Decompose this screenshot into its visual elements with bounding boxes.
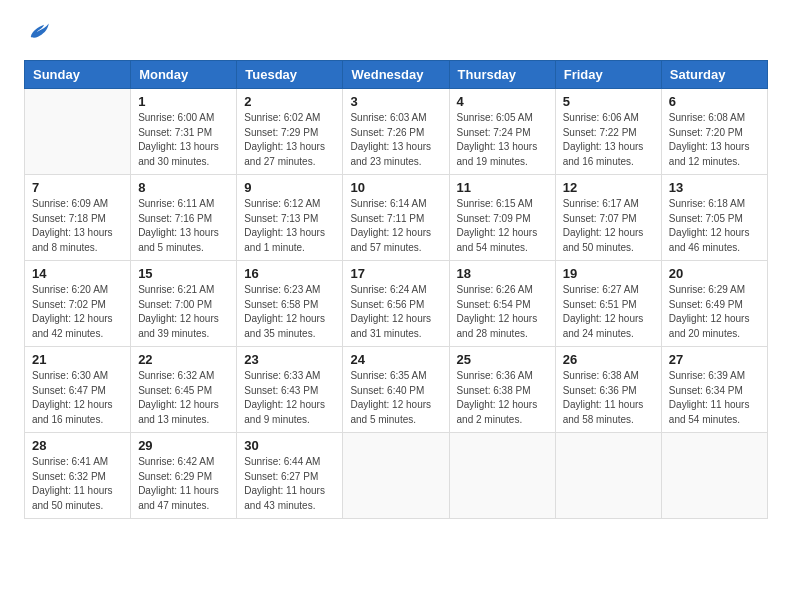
weekday-header-sunday: Sunday bbox=[25, 61, 131, 89]
calendar-cell: 23Sunrise: 6:33 AMSunset: 6:43 PMDayligh… bbox=[237, 347, 343, 433]
day-info: Sunrise: 6:30 AMSunset: 6:47 PMDaylight:… bbox=[32, 369, 123, 427]
calendar-cell: 4Sunrise: 6:05 AMSunset: 7:24 PMDaylight… bbox=[449, 89, 555, 175]
day-number: 2 bbox=[244, 94, 335, 109]
calendar-cell: 29Sunrise: 6:42 AMSunset: 6:29 PMDayligh… bbox=[131, 433, 237, 519]
logo-bird-icon bbox=[26, 20, 50, 44]
day-info: Sunrise: 6:00 AMSunset: 7:31 PMDaylight:… bbox=[138, 111, 229, 169]
calendar-cell bbox=[25, 89, 131, 175]
day-number: 25 bbox=[457, 352, 548, 367]
calendar-cell bbox=[555, 433, 661, 519]
day-number: 12 bbox=[563, 180, 654, 195]
calendar-cell: 8Sunrise: 6:11 AMSunset: 7:16 PMDaylight… bbox=[131, 175, 237, 261]
day-number: 16 bbox=[244, 266, 335, 281]
day-number: 9 bbox=[244, 180, 335, 195]
day-number: 8 bbox=[138, 180, 229, 195]
day-info: Sunrise: 6:05 AMSunset: 7:24 PMDaylight:… bbox=[457, 111, 548, 169]
weekday-header-tuesday: Tuesday bbox=[237, 61, 343, 89]
calendar-cell: 17Sunrise: 6:24 AMSunset: 6:56 PMDayligh… bbox=[343, 261, 449, 347]
calendar-week-row: 1Sunrise: 6:00 AMSunset: 7:31 PMDaylight… bbox=[25, 89, 768, 175]
calendar-cell bbox=[343, 433, 449, 519]
day-info: Sunrise: 6:11 AMSunset: 7:16 PMDaylight:… bbox=[138, 197, 229, 255]
calendar-week-row: 7Sunrise: 6:09 AMSunset: 7:18 PMDaylight… bbox=[25, 175, 768, 261]
day-info: Sunrise: 6:27 AMSunset: 6:51 PMDaylight:… bbox=[563, 283, 654, 341]
day-info: Sunrise: 6:36 AMSunset: 6:38 PMDaylight:… bbox=[457, 369, 548, 427]
calendar-week-row: 21Sunrise: 6:30 AMSunset: 6:47 PMDayligh… bbox=[25, 347, 768, 433]
day-info: Sunrise: 6:08 AMSunset: 7:20 PMDaylight:… bbox=[669, 111, 760, 169]
calendar-header-row: SundayMondayTuesdayWednesdayThursdayFrid… bbox=[25, 61, 768, 89]
day-info: Sunrise: 6:29 AMSunset: 6:49 PMDaylight:… bbox=[669, 283, 760, 341]
day-number: 6 bbox=[669, 94, 760, 109]
calendar-cell: 27Sunrise: 6:39 AMSunset: 6:34 PMDayligh… bbox=[661, 347, 767, 433]
calendar-cell: 3Sunrise: 6:03 AMSunset: 7:26 PMDaylight… bbox=[343, 89, 449, 175]
logo bbox=[24, 20, 50, 48]
day-info: Sunrise: 6:17 AMSunset: 7:07 PMDaylight:… bbox=[563, 197, 654, 255]
day-number: 5 bbox=[563, 94, 654, 109]
calendar-cell bbox=[661, 433, 767, 519]
day-number: 4 bbox=[457, 94, 548, 109]
calendar-cell: 30Sunrise: 6:44 AMSunset: 6:27 PMDayligh… bbox=[237, 433, 343, 519]
calendar-cell: 2Sunrise: 6:02 AMSunset: 7:29 PMDaylight… bbox=[237, 89, 343, 175]
day-number: 19 bbox=[563, 266, 654, 281]
day-number: 29 bbox=[138, 438, 229, 453]
calendar-cell: 26Sunrise: 6:38 AMSunset: 6:36 PMDayligh… bbox=[555, 347, 661, 433]
day-info: Sunrise: 6:42 AMSunset: 6:29 PMDaylight:… bbox=[138, 455, 229, 513]
day-info: Sunrise: 6:09 AMSunset: 7:18 PMDaylight:… bbox=[32, 197, 123, 255]
weekday-header-monday: Monday bbox=[131, 61, 237, 89]
day-number: 11 bbox=[457, 180, 548, 195]
calendar-cell: 20Sunrise: 6:29 AMSunset: 6:49 PMDayligh… bbox=[661, 261, 767, 347]
calendar: SundayMondayTuesdayWednesdayThursdayFrid… bbox=[24, 60, 768, 519]
day-info: Sunrise: 6:02 AMSunset: 7:29 PMDaylight:… bbox=[244, 111, 335, 169]
calendar-cell: 19Sunrise: 6:27 AMSunset: 6:51 PMDayligh… bbox=[555, 261, 661, 347]
calendar-cell: 28Sunrise: 6:41 AMSunset: 6:32 PMDayligh… bbox=[25, 433, 131, 519]
calendar-cell: 5Sunrise: 6:06 AMSunset: 7:22 PMDaylight… bbox=[555, 89, 661, 175]
day-info: Sunrise: 6:44 AMSunset: 6:27 PMDaylight:… bbox=[244, 455, 335, 513]
calendar-week-row: 28Sunrise: 6:41 AMSunset: 6:32 PMDayligh… bbox=[25, 433, 768, 519]
calendar-cell: 1Sunrise: 6:00 AMSunset: 7:31 PMDaylight… bbox=[131, 89, 237, 175]
day-info: Sunrise: 6:32 AMSunset: 6:45 PMDaylight:… bbox=[138, 369, 229, 427]
day-number: 15 bbox=[138, 266, 229, 281]
day-number: 18 bbox=[457, 266, 548, 281]
day-info: Sunrise: 6:18 AMSunset: 7:05 PMDaylight:… bbox=[669, 197, 760, 255]
calendar-cell: 21Sunrise: 6:30 AMSunset: 6:47 PMDayligh… bbox=[25, 347, 131, 433]
calendar-cell: 16Sunrise: 6:23 AMSunset: 6:58 PMDayligh… bbox=[237, 261, 343, 347]
day-number: 23 bbox=[244, 352, 335, 367]
day-number: 7 bbox=[32, 180, 123, 195]
page: SundayMondayTuesdayWednesdayThursdayFrid… bbox=[0, 0, 792, 612]
calendar-cell: 9Sunrise: 6:12 AMSunset: 7:13 PMDaylight… bbox=[237, 175, 343, 261]
day-info: Sunrise: 6:35 AMSunset: 6:40 PMDaylight:… bbox=[350, 369, 441, 427]
day-info: Sunrise: 6:26 AMSunset: 6:54 PMDaylight:… bbox=[457, 283, 548, 341]
calendar-cell: 18Sunrise: 6:26 AMSunset: 6:54 PMDayligh… bbox=[449, 261, 555, 347]
day-number: 28 bbox=[32, 438, 123, 453]
calendar-cell: 24Sunrise: 6:35 AMSunset: 6:40 PMDayligh… bbox=[343, 347, 449, 433]
day-info: Sunrise: 6:41 AMSunset: 6:32 PMDaylight:… bbox=[32, 455, 123, 513]
calendar-cell: 25Sunrise: 6:36 AMSunset: 6:38 PMDayligh… bbox=[449, 347, 555, 433]
day-info: Sunrise: 6:03 AMSunset: 7:26 PMDaylight:… bbox=[350, 111, 441, 169]
day-number: 26 bbox=[563, 352, 654, 367]
calendar-week-row: 14Sunrise: 6:20 AMSunset: 7:02 PMDayligh… bbox=[25, 261, 768, 347]
day-number: 27 bbox=[669, 352, 760, 367]
day-number: 3 bbox=[350, 94, 441, 109]
day-number: 30 bbox=[244, 438, 335, 453]
day-number: 21 bbox=[32, 352, 123, 367]
weekday-header-thursday: Thursday bbox=[449, 61, 555, 89]
day-info: Sunrise: 6:24 AMSunset: 6:56 PMDaylight:… bbox=[350, 283, 441, 341]
day-info: Sunrise: 6:14 AMSunset: 7:11 PMDaylight:… bbox=[350, 197, 441, 255]
calendar-cell: 6Sunrise: 6:08 AMSunset: 7:20 PMDaylight… bbox=[661, 89, 767, 175]
day-info: Sunrise: 6:23 AMSunset: 6:58 PMDaylight:… bbox=[244, 283, 335, 341]
day-number: 17 bbox=[350, 266, 441, 281]
day-number: 1 bbox=[138, 94, 229, 109]
weekday-header-friday: Friday bbox=[555, 61, 661, 89]
calendar-cell: 14Sunrise: 6:20 AMSunset: 7:02 PMDayligh… bbox=[25, 261, 131, 347]
day-number: 13 bbox=[669, 180, 760, 195]
day-info: Sunrise: 6:15 AMSunset: 7:09 PMDaylight:… bbox=[457, 197, 548, 255]
calendar-cell: 15Sunrise: 6:21 AMSunset: 7:00 PMDayligh… bbox=[131, 261, 237, 347]
day-info: Sunrise: 6:38 AMSunset: 6:36 PMDaylight:… bbox=[563, 369, 654, 427]
header bbox=[24, 20, 768, 48]
calendar-cell: 22Sunrise: 6:32 AMSunset: 6:45 PMDayligh… bbox=[131, 347, 237, 433]
day-number: 14 bbox=[32, 266, 123, 281]
weekday-header-wednesday: Wednesday bbox=[343, 61, 449, 89]
calendar-cell bbox=[449, 433, 555, 519]
calendar-cell: 12Sunrise: 6:17 AMSunset: 7:07 PMDayligh… bbox=[555, 175, 661, 261]
calendar-cell: 10Sunrise: 6:14 AMSunset: 7:11 PMDayligh… bbox=[343, 175, 449, 261]
weekday-header-saturday: Saturday bbox=[661, 61, 767, 89]
